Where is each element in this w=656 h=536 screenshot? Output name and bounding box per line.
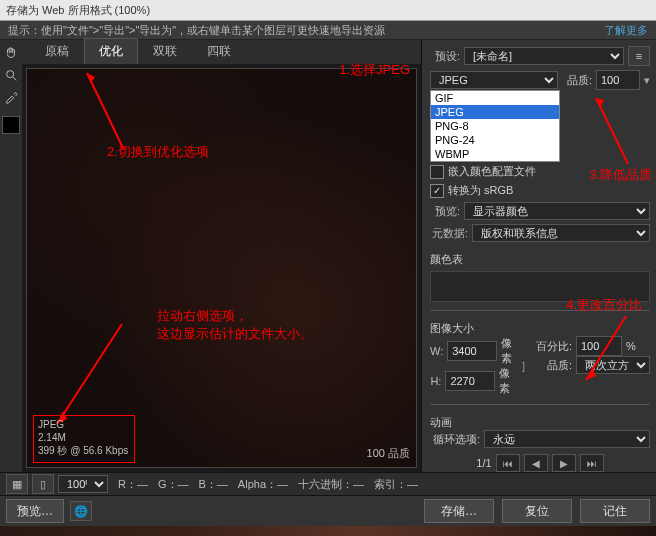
settings-panel: 预设: [未命名] ≡ JPEG GIF JPEG PNG-8 PNG-24 W… (422, 40, 656, 472)
percent-input[interactable] (576, 336, 622, 356)
convert-srgb-label: 转换为 sRGB (448, 183, 513, 198)
b-readout: B：— (199, 477, 228, 492)
slice-toggle-icon[interactable]: ▯ (32, 474, 54, 494)
file-info-box: JPEG 2.14M 399 秒 @ 56.6 Kbps (33, 415, 135, 463)
r-readout: R：— (118, 477, 148, 492)
metadata-label: 元数据: (430, 226, 468, 241)
animation-section: 动画 循环选项: 永远 1/1 ⏮ ◀ ▶ ⏭ (430, 404, 650, 472)
index-readout: 索引：— (374, 477, 418, 492)
w-unit: 像素 (501, 336, 515, 366)
height-input[interactable] (445, 371, 495, 391)
format-opt-png24[interactable]: PNG-24 (431, 133, 559, 147)
loop-label: 循环选项: (430, 432, 480, 447)
learn-more-link[interactable]: 了解更多 (604, 21, 648, 39)
preview-color-select[interactable]: 显示器颜色 (464, 202, 650, 220)
h-unit: 像素 (499, 366, 515, 396)
zoom-tool-icon[interactable] (2, 66, 20, 84)
animation-title: 动画 (430, 415, 650, 430)
format-opt-gif[interactable]: GIF (431, 91, 559, 105)
pager-prev-icon[interactable]: ◀ (524, 454, 548, 472)
embed-profile-label: 嵌入颜色配置文件 (448, 164, 536, 179)
browser-preview-icon[interactable]: 🌐 (70, 501, 92, 521)
pager-first-icon[interactable]: ⏮ (496, 454, 520, 472)
preset-label: 预设: (430, 49, 460, 64)
w-label: W: (430, 345, 443, 357)
image-size-title: 图像大小 (430, 321, 650, 336)
svg-point-0 (7, 71, 14, 78)
percent-unit: % (626, 340, 636, 352)
info-format: JPEG (38, 418, 130, 431)
tab-optimized[interactable]: 优化 (84, 38, 138, 64)
background-photo-strip (0, 526, 656, 536)
resample-label: 品质: (532, 358, 572, 373)
info-time: 399 秒 @ 56.6 Kbps (38, 444, 130, 457)
info-size: 2.14M (38, 431, 130, 444)
reset-button[interactable]: 复位 (502, 499, 572, 523)
hex-readout: 十六进制：— (298, 477, 364, 492)
image-size-section: 图像大小 W: 像素 H: 像素 ] (430, 310, 650, 396)
width-input[interactable] (447, 341, 497, 361)
image-preview[interactable]: 1.选择JPEG 2.切换到优化选项 拉动右侧选项， 这边显示估计的文件大小。 … (26, 68, 417, 468)
preview-quality-readout: 100 品质 (367, 446, 410, 461)
h-label: H: (430, 375, 441, 387)
preview-button[interactable]: 预览… (6, 499, 64, 523)
hand-tool-icon[interactable] (2, 44, 20, 62)
tab-4up[interactable]: 四联 (192, 38, 246, 64)
link-bracket-icon[interactable]: ] (519, 336, 528, 396)
tab-2up[interactable]: 双联 (138, 38, 192, 64)
format-select[interactable]: JPEG (430, 71, 558, 89)
zoom-select[interactable]: 100% (58, 475, 108, 493)
format-dropdown[interactable]: GIF JPEG PNG-8 PNG-24 WBMP (430, 90, 560, 162)
format-opt-png8[interactable]: PNG-8 (431, 119, 559, 133)
alpha-readout: Alpha：— (238, 477, 288, 492)
quality-input[interactable] (596, 70, 640, 90)
page-indicator: 1/1 (476, 457, 491, 469)
format-opt-jpeg[interactable]: JPEG (431, 105, 559, 119)
quality-dropdown-icon[interactable]: ▾ (644, 74, 650, 87)
remember-button[interactable]: 记住 (580, 499, 650, 523)
pager-last-icon[interactable]: ⏭ (580, 454, 604, 472)
metadata-select[interactable]: 版权和联系信息 (472, 224, 650, 242)
tip-text: 提示：使用"文件">"导出">"导出为"，或右键单击某个图层可更快速地导出资源 (8, 21, 385, 39)
preview-content (27, 69, 416, 467)
left-panel: 原稿 优化 双联 四联 1.选择JPEG 2.切换到优化选项 拉动右侧选项， 这… (22, 40, 422, 472)
percent-label: 百分比: (532, 339, 572, 354)
loop-select[interactable]: 永远 (484, 430, 650, 448)
pager-next-icon[interactable]: ▶ (552, 454, 576, 472)
tool-column (0, 40, 22, 472)
title-bar: 存储为 Web 所用格式 (100%) (0, 0, 656, 21)
convert-srgb-checkbox[interactable] (430, 184, 444, 198)
format-opt-wbmp[interactable]: WBMP (431, 147, 559, 161)
view-tabs: 原稿 优化 双联 四联 (22, 40, 421, 64)
preset-select[interactable]: [未命名] (464, 47, 624, 65)
tab-original[interactable]: 原稿 (30, 38, 84, 64)
resample-select[interactable]: 两次立方 (576, 356, 650, 374)
preview-color-label: 预览: (430, 204, 460, 219)
eyedropper-tool-icon[interactable] (2, 88, 20, 106)
grid-toggle-icon[interactable]: ▦ (6, 474, 28, 494)
preset-menu-icon[interactable]: ≡ (628, 46, 650, 66)
embed-profile-checkbox[interactable] (430, 165, 444, 179)
animation-pager: 1/1 ⏮ ◀ ▶ ⏭ (430, 454, 650, 472)
foreground-swatch[interactable] (2, 116, 20, 134)
color-table-area (430, 271, 650, 302)
save-button[interactable]: 存储… (424, 499, 494, 523)
status-bar: ▦ ▯ 100% R：— G：— B：— Alpha：— 十六进制：— 索引：— (0, 472, 656, 495)
svg-marker-3 (596, 98, 604, 108)
g-readout: G：— (158, 477, 189, 492)
dialog-footer: 预览… 🌐 存储… 复位 记住 (0, 495, 656, 526)
color-table-title: 颜色表 (430, 252, 650, 267)
quality-label: 品质: (562, 73, 592, 88)
